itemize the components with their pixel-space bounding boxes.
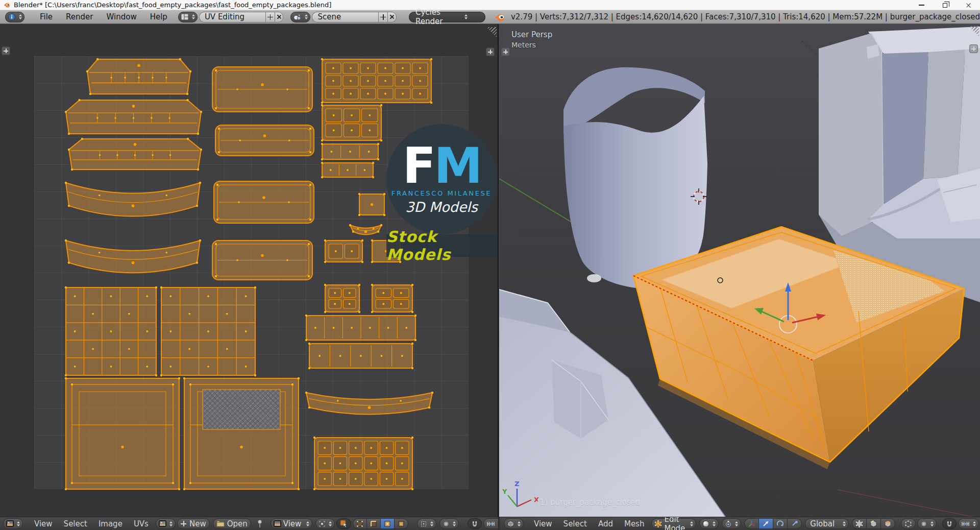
v3d-editor-type-dropdown[interactable] [504,518,524,529]
v3d-region-expand-left[interactable] [501,47,510,56]
uv-menu-image[interactable]: Image [93,519,128,528]
uv-island[interactable] [324,284,360,313]
uv-island[interactable] [305,315,416,341]
uv-region-expand-left[interactable] [2,46,10,55]
menu-help[interactable]: Help [143,12,174,21]
view-name-label: User Persp [511,30,552,39]
uv-island[interactable] [313,437,413,490]
v3d-snap-element-dropdown[interactable] [958,518,979,529]
scene-delete-button[interactable] [387,12,397,22]
restore-button[interactable] [933,0,957,10]
axis-label-y: Y [502,488,507,495]
uv-island[interactable] [215,125,314,156]
uv-island[interactable] [321,104,382,141]
units-label: Meters [511,41,536,49]
menu-render[interactable]: Render [59,12,100,21]
uv-island[interactable] [86,58,191,95]
viewport-shading-dropdown[interactable] [699,518,719,529]
uv-snap-toggle[interactable] [468,518,482,529]
uv-select-edge-button[interactable] [366,518,380,529]
uv-editor-type-dropdown[interactable] [3,518,23,529]
select-mode-vertex-button[interactable] [852,518,866,529]
select-mode-face-button[interactable] [880,518,895,529]
uv-select-face-button[interactable] [380,518,394,529]
uv-snap-element-dropdown[interactable] [483,518,498,529]
uv-island[interactable] [371,284,413,313]
uv-island[interactable] [324,239,363,263]
image-new-button[interactable]: New [177,518,210,529]
v3d-pivot-dropdown[interactable] [722,518,741,529]
uv-island[interactable] [212,240,312,280]
uv-select-island-button[interactable] [394,518,408,529]
scene-dropdown[interactable] [290,12,310,22]
v3d-menu-view[interactable]: View [528,519,558,528]
uv-island[interactable] [321,143,379,160]
menu-window[interactable]: Window [100,12,143,21]
v3d-menu-mesh[interactable]: Mesh [619,519,650,528]
manipulator-rotate-button[interactable] [773,518,787,529]
uv-island[interactable] [68,138,202,171]
uv-island[interactable] [214,181,314,223]
info-header: File Render Window Help UV Editing Scene… [0,10,980,24]
viewport-3d: Z Y X User Persp Meters (1) burger_packa… [499,24,980,517]
uv-island[interactable] [65,182,201,216]
object-cup[interactable] [564,67,707,288]
uv-island[interactable] [305,392,433,415]
layout-add-button[interactable] [265,12,275,22]
uv-island[interactable] [321,58,432,104]
select-mode-edge-button[interactable] [866,518,880,529]
uv-select-sync-toggle[interactable] [336,518,351,529]
uv-island[interactable] [160,286,256,376]
uv-view-context-dropdown[interactable]: View [271,518,313,529]
occlude-geometry-toggle[interactable] [901,518,916,529]
uv-island[interactable] [321,162,374,178]
uv-select-vertex-button[interactable] [353,518,366,529]
manipulator-translate-button[interactable] [758,518,773,529]
magnet-icon [946,520,953,527]
snap-increment-icon [961,521,970,527]
v3d-proportional-edit-dropdown[interactable] [917,518,937,529]
v3d-snap-toggle[interactable] [942,518,957,529]
uv-region-expand-right[interactable] [486,47,495,56]
image-browse-dropdown[interactable] [156,518,176,529]
scene-name-field[interactable]: Scene [312,12,378,22]
uv-island[interactable] [65,99,202,135]
mode-dropdown[interactable]: Edit Mode [651,518,696,529]
uv-island[interactable] [308,343,413,369]
uv-pivot-dropdown[interactable] [315,518,335,529]
menu-file[interactable]: File [33,12,59,21]
uv-menu-view[interactable]: View [29,519,58,528]
uv-island[interactable] [65,286,157,376]
uv-island[interactable] [358,193,385,216]
screen-layout-dropdown[interactable] [178,12,198,22]
pivot-point-icon [725,520,732,527]
image-open-button[interactable]: Open [213,518,251,529]
pin-icon[interactable] [256,519,263,528]
layout-name-field[interactable]: UV Editing [199,12,265,22]
uv-island[interactable] [349,224,382,235]
v3d-menu-add[interactable]: Add [593,519,619,528]
uv-island[interactable] [212,67,312,112]
uv-island[interactable] [65,239,201,273]
uv-island[interactable] [65,377,180,490]
uv-sticky-selection-dropdown[interactable] [417,518,436,529]
v3d-menu-select[interactable]: Select [558,519,593,528]
render-engine-dropdown[interactable]: Cycles Render [409,12,485,22]
fm-watermark-logo: FM FRANCESCO MILANESE 3D Models [386,124,497,234]
uv-proportional-edit-dropdown[interactable] [439,518,459,529]
scene-add-button[interactable] [378,12,387,22]
image-editor-icon [6,520,14,527]
minimize-button[interactable] [910,0,933,10]
uv-menu-uvs[interactable]: UVs [128,519,154,528]
transform-orientation-dropdown[interactable]: Global [805,518,849,529]
uv-islands-layer[interactable] [0,24,499,517]
uv-menu-select[interactable]: Select [58,519,93,528]
editor-type-info-dropdown[interactable] [5,12,24,22]
v3d-region-expand-right[interactable] [969,44,978,53]
active-object-label: (1) burger_package_closed [537,498,640,507]
manipulator-scale-button[interactable] [787,518,802,529]
manipulator-axis-button[interactable] [744,518,758,529]
uv-island[interactable] [183,377,300,490]
layout-delete-button[interactable] [275,12,284,22]
close-button[interactable] [957,0,980,10]
